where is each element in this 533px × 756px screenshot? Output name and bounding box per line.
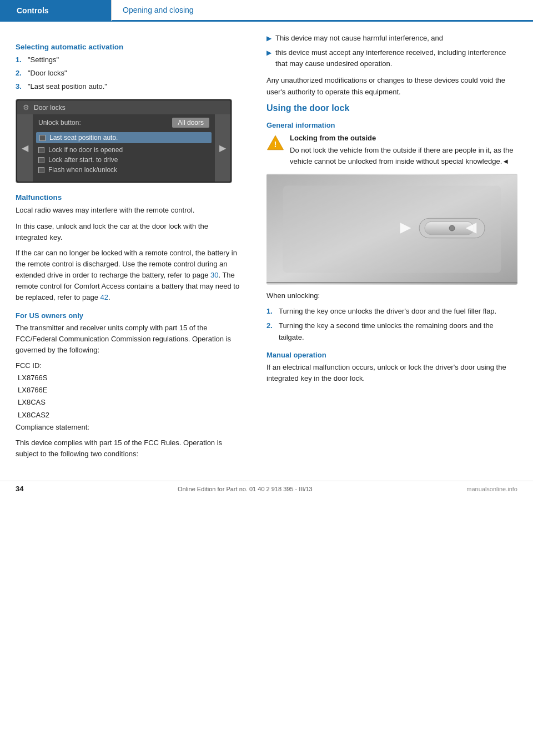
malfunction-p2: In this case, unlock and lock the car at…: [16, 221, 240, 243]
screen-body: Unlock button: All doors Last seat posit…: [33, 114, 215, 182]
compliance-label: Compliance statement:: [16, 422, 240, 433]
screen-settings-icon: ⚙: [23, 103, 29, 112]
unlock-step-2-text: Turning the key a second time unlocks th…: [279, 320, 517, 342]
arrow-bullet-2: ▶: [266, 48, 275, 58]
main-content: Selecting automatic activation 1. "Setti…: [0, 22, 533, 470]
screen-mockup: ⚙ Door locks ◀ Unlock button: All doors: [16, 99, 232, 183]
footer-edition-text: Online Edition for Part no. 01 40 2 918 …: [178, 486, 313, 492]
unlock-step-2-num: 2.: [266, 320, 279, 331]
step-1-text: "Settings": [28, 54, 59, 65]
general-info-title: General information: [266, 121, 517, 129]
unlock-step-1-text: Turning the key once unlocks the driver'…: [279, 306, 496, 317]
unlock-button-value: All doors: [172, 118, 209, 128]
checkbox-3: [38, 157, 44, 163]
screen-title-bar: ⚙ Door locks: [17, 100, 230, 114]
header-section-label: Opening and closing: [123, 6, 194, 14]
page-footer: 34 Online Edition for Part no. 01 40 2 9…: [0, 481, 533, 496]
when-unlocking-label: When unlocking:: [266, 290, 517, 301]
malfunction-p1: Local radio waves may interfere with the…: [16, 205, 240, 216]
screen-nav-area: ◀ Unlock button: All doors Last seat pos…: [17, 114, 230, 182]
step-3: 3. "Last seat position auto.": [16, 81, 240, 92]
fcc-id-2: LX8766E: [16, 385, 240, 396]
unlock-step-1-num: 1.: [266, 306, 279, 317]
arrow-item-2: ▶ this device must accept any interferen…: [266, 47, 517, 69]
screen-content: Unlock button: All doors Last seat posit…: [33, 114, 215, 182]
screen-row-2-text: Lock if no door is opened: [48, 146, 123, 154]
screen-row-4-text: Flash when lock/unlock: [48, 166, 117, 174]
fcc-id-3: LX8CAS: [16, 397, 240, 408]
screen-row-selected-text: Last seat position auto.: [49, 134, 118, 142]
page-header: Controls Opening and closing: [0, 0, 533, 21]
svg-text:!: !: [274, 140, 277, 149]
unlock-step-2: 2. Turning the key a second time unlocks…: [266, 320, 517, 342]
checkbox-4: [38, 167, 44, 173]
screen-row-3-text: Lock after start. to drive: [48, 156, 118, 164]
footer-page-num: 34: [16, 485, 23, 493]
malfunction-link2[interactable]: 42: [100, 293, 108, 301]
activation-steps: 1. "Settings" 2. "Door locks" 3. "Last s…: [16, 54, 240, 92]
step-1-num: 1.: [16, 54, 28, 65]
unlock-steps-list: 1. Turning the key once unlocks the driv…: [266, 306, 517, 342]
unauthorized-p: Any unauthorized modifications or change…: [266, 75, 517, 97]
malfunction-p3-after: .: [108, 293, 110, 301]
malfunction-link1[interactable]: 30: [210, 271, 218, 279]
step-1: 1. "Settings": [16, 54, 240, 65]
svg-point-6: [449, 225, 455, 231]
screen-header-row: Unlock button: All doors: [38, 118, 209, 128]
warning-body: Do not lock the vehicle from the outside…: [290, 146, 514, 165]
using-door-lock-title: Using the door lock: [266, 103, 517, 113]
for-us-p1: The transmitter and receiver units compl…: [16, 322, 240, 356]
manual-op-p: If an electrical malfunction occurs, unl…: [266, 362, 517, 384]
step-2-text: "Door locks": [28, 68, 67, 79]
arrow-item-1-text: This device may not cause harmful interf…: [275, 33, 443, 44]
step-3-num: 3.: [16, 81, 28, 92]
screen-inner: ⚙ Door locks ◀ Unlock button: All doors: [17, 100, 230, 182]
unlock-button-label: Unlock button:: [38, 119, 81, 127]
warning-text: Locking from the outside Do not lock the…: [290, 133, 517, 167]
step-3-text: "Last seat position auto.": [28, 81, 107, 92]
nav-left-arrow[interactable]: ◀: [17, 114, 33, 182]
checkbox-2: [38, 147, 44, 153]
compliance-p: This device complies with part 15 of the…: [16, 437, 240, 460]
arrow-item-2-text: this device must accept any interference…: [275, 47, 517, 69]
step-2: 2. "Door locks": [16, 68, 240, 79]
arrow-bullet-1: ▶: [266, 33, 275, 44]
header-section-tab: Opening and closing: [112, 0, 533, 21]
warning-title: Locking from the outside: [290, 133, 517, 144]
car-door-image: [266, 174, 517, 285]
step-2-num: 2.: [16, 68, 28, 79]
footer-logo: manualsonline.info: [466, 486, 517, 492]
left-column: Selecting automatic activation 1. "Setti…: [0, 33, 255, 464]
arrow-list: ▶ This device may not cause harmful inte…: [266, 33, 517, 69]
fcc-id-4: LX8CAS2: [16, 410, 240, 421]
screen-title: Door locks: [34, 104, 66, 112]
fcc-id-label: FCC ID:: [16, 360, 240, 371]
malfunction-p3: If the car can no longer be locked with …: [16, 248, 240, 304]
screen-row-selected: Last seat position auto.: [36, 132, 212, 143]
warning-box: ! Locking from the outside Do not lock t…: [266, 133, 517, 167]
unlock-step-1: 1. Turning the key once unlocks the driv…: [266, 306, 517, 317]
screen-row-3: Lock after start. to drive: [38, 156, 209, 164]
header-controls-tab: Controls: [0, 0, 111, 21]
manual-op-title: Manual operation: [266, 351, 517, 359]
fcc-id-1: LX8766S: [16, 372, 240, 384]
header-controls-label: Controls: [17, 6, 49, 15]
nav-right-arrow[interactable]: ▶: [215, 114, 230, 182]
for-us-title: For US owners only: [16, 311, 240, 320]
arrow-item-1: ▶ This device may not cause harmful inte…: [266, 33, 517, 44]
malfunction-p3-before: If the car can no longer be locked with …: [16, 249, 237, 279]
checkbox-selected: [39, 135, 46, 141]
screen-row-2: Lock if no door is opened: [38, 146, 209, 154]
malfunctions-title: Malfunctions: [16, 193, 240, 201]
warning-triangle-icon: !: [266, 134, 284, 152]
selecting-title: Selecting automatic activation: [16, 43, 240, 51]
car-door-svg: [266, 174, 517, 285]
screen-row-4: Flash when lock/unlock: [38, 166, 209, 174]
right-column: ▶ This device may not cause harmful inte…: [255, 33, 533, 464]
